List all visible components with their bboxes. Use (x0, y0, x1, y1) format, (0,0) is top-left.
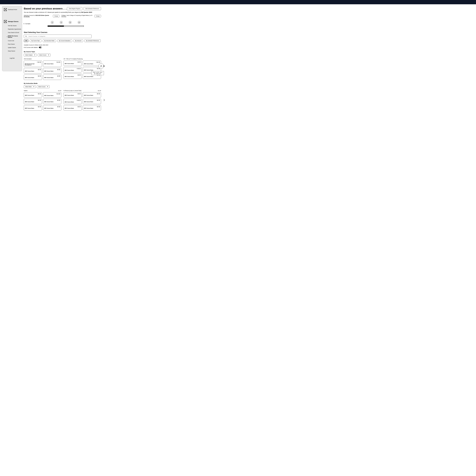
next-arrow[interactable] (103, 99, 104, 101)
svg-point-113 (39, 94, 39, 94)
course-card[interactable]: ABC Course Name (64, 73, 82, 79)
course-card[interactable]: ABC Course Name (24, 99, 42, 104)
select-course-dropdown[interactable]: Select Course (37, 85, 50, 88)
course-card[interactable]: ABC Course Name (24, 92, 42, 98)
course-card[interactable]: !422 Visual Concept Development (24, 61, 42, 67)
sidebar-sub-item[interactable]: Swap Classes (2, 50, 22, 52)
chat-widget: Chat with yourAI Advisor (91, 63, 104, 75)
sidebar-sub-item-selected[interactable]: (NEW) The Course Selector (2, 35, 22, 38)
person-icon (100, 65, 103, 68)
sidebar-sub-item[interactable]: Drop Classes (2, 44, 22, 45)
calendar-add-icon (79, 106, 81, 107)
alert-icon: ! (77, 68, 77, 69)
select-course-dropdown[interactable]: Select Course (38, 54, 51, 56)
course-card[interactable]: ABC Course Name (43, 99, 61, 104)
waitlist-toggle[interactable] (39, 47, 42, 48)
course-card[interactable]: ABC Course Name (24, 75, 42, 80)
course-card[interactable]: ABC Course Name (83, 99, 101, 104)
course-card[interactable]: !ABC Course Name (64, 99, 82, 104)
course-title: ABC Course Name (84, 108, 100, 109)
sidebar-sub-item[interactable]: Class Search & Enroll (2, 32, 22, 33)
svg-point-202 (78, 107, 78, 107)
svg-point-211 (97, 107, 98, 107)
course-card[interactable]: ABC Course Name (43, 75, 61, 80)
course-card[interactable]: !ABC Course Name (43, 92, 61, 98)
change-college-button[interactable]: Change (94, 15, 101, 17)
filter-schedule[interactable]: By Schedule Preferences (85, 39, 101, 42)
sidebar-sub-item[interactable]: Registration Appointments (2, 29, 22, 30)
search-box[interactable] (24, 34, 92, 38)
alert-icon: ! (38, 47, 39, 48)
course-card[interactable]: ABC Course Name (64, 105, 82, 111)
progress-fill (48, 26, 64, 26)
step-3[interactable]: 3 (68, 21, 72, 24)
see-all-link[interactable]: See All (98, 90, 101, 91)
course-title: ABC Course Name (65, 102, 81, 102)
course-card[interactable]: ABC Course Name (24, 105, 42, 111)
section-title: Start Selecting Your Courses (24, 32, 101, 34)
course-card[interactable]: ABC Course Name (83, 92, 101, 98)
mode-title: By Instruction Mode (24, 83, 101, 84)
sidebar-item-manage[interactable]: Manage Classes (2, 20, 22, 23)
calendar-add-icon (59, 69, 60, 70)
sidebar-sub-item[interactable]: Course Cart (2, 40, 22, 41)
course-card[interactable]: ABC Course Name (43, 68, 61, 73)
step-1[interactable]: 1 (51, 21, 54, 24)
svg-point-110 (101, 65, 102, 66)
svg-point-140 (58, 100, 58, 101)
logout-link[interactable]: Log Out (2, 57, 22, 59)
vr-icon (97, 100, 98, 101)
filter-mode[interactable]: By Instruction Mode (43, 39, 56, 42)
sidebar-sub-item[interactable]: View My Classes (2, 25, 22, 26)
svg-point-212 (98, 107, 98, 107)
vr-icon (78, 61, 79, 63)
vr-icon (97, 62, 98, 63)
course-card[interactable]: ABC Course Name (64, 61, 82, 66)
svg-point-0 (26, 36, 26, 36)
sidebar-sub-item[interactable]: Update Classes (2, 47, 22, 48)
filter-instructor[interactable]: By Instructor (73, 39, 83, 42)
svg-point-39 (38, 76, 38, 76)
sidebar-item-home[interactable]: Dashboard Home (2, 8, 22, 11)
course-card[interactable]: !ABC Course Name (43, 61, 61, 67)
step-2[interactable]: 2 (60, 21, 63, 24)
filter-topic[interactable]: By Course Topic (30, 39, 41, 42)
calendar-add-icon (79, 93, 81, 94)
svg-point-203 (78, 107, 79, 107)
calendar-add-icon (59, 62, 60, 63)
svg-point-57 (78, 62, 78, 62)
col-title: CP - Film & TV Creative Producing (64, 58, 83, 60)
sidebar: Dashboard Home Manage Classes View My Cl… (2, 6, 22, 71)
go-back-link[interactable]: Go back (24, 23, 30, 24)
svg-point-12 (57, 62, 58, 62)
svg-point-185 (78, 100, 79, 101)
svg-point-139 (57, 100, 58, 101)
course-card[interactable]: !ABC Course Name (64, 67, 82, 72)
course-title: ABC Course Name (25, 101, 41, 102)
course-title: ABC Course Name (65, 108, 81, 109)
course-card[interactable]: ABC Course Name (43, 105, 61, 111)
course-card[interactable]: ABC Course Name (64, 92, 82, 98)
chat-button[interactable] (99, 63, 104, 69)
col-title: In-Person (Loop or Lincoln Park) (64, 90, 82, 91)
see-all-link[interactable]: See All (58, 90, 61, 91)
select-subject-dropdown[interactable]: Select Subject (24, 54, 37, 56)
view-degree-progress-button[interactable]: View Degree Progress (67, 7, 82, 10)
svg-point-30 (57, 69, 58, 70)
search-input[interactable] (29, 36, 90, 37)
alert-icon: ! (96, 61, 97, 63)
select-mode-dropdown[interactable]: Select Mode (24, 85, 36, 88)
filter-all[interactable]: All (24, 39, 29, 42)
dropdown-icon (48, 55, 49, 55)
course-card[interactable]: ABC Course Name (24, 68, 42, 73)
edit-schedule-preferences-button[interactable]: Edit Schedule Preferences (84, 7, 101, 10)
chevron-left-icon (24, 23, 25, 24)
calendar-add-icon (40, 69, 41, 70)
course-title: ABC Course Name (44, 108, 60, 109)
svg-point-75 (78, 68, 78, 69)
svg-point-93 (78, 75, 78, 75)
course-card[interactable]: ABC Course Name (83, 105, 101, 111)
step-4[interactable]: 4 (78, 21, 81, 24)
filter-evaluations[interactable]: By Course Evaluations (57, 39, 72, 42)
change-term-button[interactable]: Change (53, 15, 60, 17)
